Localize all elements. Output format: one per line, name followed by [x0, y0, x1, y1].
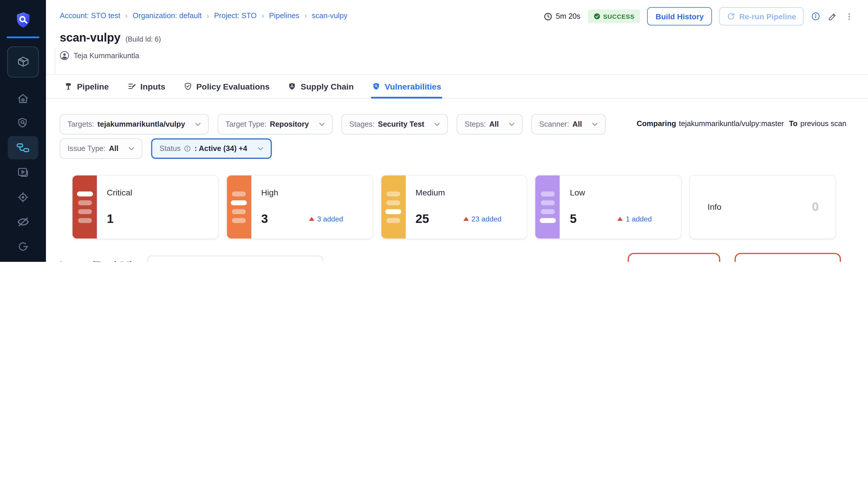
breadcrumb-separator: › — [125, 12, 127, 20]
status-filter-dropdown[interactable]: Status : Active (34) +4 — [151, 138, 272, 159]
added-count: 1 added — [617, 215, 652, 223]
severity-card-medium[interactable]: Medium 25 23 added — [381, 175, 527, 239]
scanner-filter-dropdown[interactable]: Scanner:All — [531, 114, 606, 135]
edit-pencil-icon[interactable] — [828, 12, 837, 21]
app-window: ? TK Account: STO test› Organization: de… — [0, 0, 868, 262]
shield-scan-icon — [372, 82, 380, 91]
severity-card-count: 5 — [570, 212, 577, 226]
targets-crosshair-icon[interactable] — [0, 191, 46, 204]
tab-inputs[interactable]: Inputs — [127, 74, 165, 98]
target-type-filter-dropdown[interactable]: Target Type:Repository — [218, 114, 333, 135]
inputs-icon — [127, 82, 136, 91]
breadcrumb-project[interactable]: Project: STO — [214, 12, 257, 20]
severity-card-label: Info — [708, 202, 721, 211]
tab-vulnerabilities[interactable]: Vulnerabilities — [372, 74, 441, 98]
shield-nodes-icon — [288, 82, 296, 91]
breadcrumb-current[interactable]: scan-vulpy — [312, 12, 347, 20]
rerun-icon — [727, 12, 735, 20]
severity-strip — [535, 175, 560, 239]
breadcrumb: Account: STO test› Organization: default… — [60, 12, 347, 20]
triggered-by-user: Teja Kummarikuntla — [60, 51, 139, 60]
severity-strip — [227, 175, 251, 239]
pipeline-icon — [64, 82, 72, 91]
tab-supply-chain[interactable]: Supply Chain — [288, 74, 354, 98]
severity-card-label: Low — [570, 188, 585, 197]
chevron-down-icon — [195, 122, 201, 126]
targets-filter-dropdown[interactable]: Targets:tejakummarikuntla/vulpy — [60, 114, 209, 135]
stages-filter-dropdown[interactable]: Stages:Security Test — [342, 114, 448, 135]
external-link-icon — [745, 261, 753, 262]
severity-card-count: 25 — [415, 212, 429, 226]
severity-card-label: Critical — [107, 188, 132, 197]
issues-actions: Download CSV View in Dashboard — [628, 253, 841, 261]
baselines-icon[interactable] — [0, 240, 46, 253]
pipelines-icon-active[interactable] — [7, 136, 38, 159]
issue-type-filter-dropdown[interactable]: Issue Type:All — [60, 138, 142, 159]
severity-card-count: 1 — [107, 212, 114, 226]
severity-card-info[interactable]: Info 0 — [689, 175, 836, 239]
breadcrumb-separator: › — [304, 12, 307, 20]
execution-actions: 5m 20s SUCCESS Build History Re-run Pipe… — [544, 7, 854, 25]
more-options-kebab-icon[interactable] — [845, 12, 854, 21]
filter-row-2: Issue Type:All Status : Active (34) +4 — [60, 138, 272, 159]
tab-pipeline[interactable]: Pipeline — [64, 74, 108, 98]
breadcrumb-organization[interactable]: Organization: default — [133, 12, 202, 20]
left-nav-sidebar: ? TK — [0, 0, 46, 262]
severity-strip — [72, 175, 97, 239]
severity-card-count: 0 — [812, 200, 819, 214]
chevron-down-icon — [434, 122, 440, 126]
build-history-button[interactable]: Build History — [647, 7, 712, 25]
added-count: 3 added — [309, 215, 343, 223]
severity-card-critical[interactable]: Critical 1 — [72, 175, 219, 239]
scans-shield-icon[interactable] — [0, 117, 46, 130]
triangle-up-icon — [463, 217, 469, 221]
clock-icon — [544, 12, 552, 21]
comparing-label: Comparing tejakummarikuntla/vulpy:master… — [637, 120, 847, 128]
chevron-down-icon — [509, 122, 515, 126]
download-icon — [639, 261, 647, 262]
chevron-down-icon — [592, 122, 598, 126]
issues-search — [147, 256, 323, 262]
rerun-pipeline-button[interactable]: Re-run Pipeline — [719, 7, 804, 25]
severity-card-label: High — [261, 188, 278, 197]
severity-card-count: 3 — [261, 212, 268, 226]
user-avatar-icon — [60, 51, 69, 60]
severity-summary-cards: Critical 1 High 3 3 added Medium 25 23 a… — [72, 175, 836, 239]
info-icon[interactable] — [811, 12, 820, 21]
exemptions-eye-off-icon[interactable] — [0, 215, 46, 228]
triangle-up-icon — [309, 217, 314, 221]
chevron-down-icon — [129, 147, 135, 150]
chevron-down-icon — [257, 147, 263, 150]
user-name: Teja Kummarikuntla — [74, 51, 139, 60]
title-row: scan-vulpy (Build Id: 6) — [60, 31, 161, 44]
check-circle-icon — [593, 13, 600, 20]
severity-strip — [381, 175, 406, 239]
sto-shield-logo-icon[interactable] — [0, 11, 46, 30]
home-icon[interactable] — [0, 92, 46, 105]
breadcrumb-account[interactable]: Account: STO test — [60, 12, 120, 20]
page-title: scan-vulpy — [60, 31, 121, 44]
chevron-down-icon — [319, 122, 325, 126]
execution-duration: 5m 20s — [544, 12, 580, 21]
executions-icon[interactable] — [0, 166, 46, 179]
breadcrumb-separator: › — [262, 12, 264, 20]
filter-row-1: Targets:tejakummarikuntla/vulpy Target T… — [60, 114, 606, 135]
severity-card-high[interactable]: High 3 3 added — [226, 175, 373, 239]
severity-card-low[interactable]: Low 5 1 added — [535, 175, 682, 239]
steps-filter-dropdown[interactable]: Steps:All — [457, 114, 522, 135]
module-selector-cube-icon[interactable] — [7, 47, 39, 78]
view-in-dashboard-button[interactable]: View in Dashboard — [734, 253, 841, 261]
module-active-underline — [7, 37, 39, 38]
tab-policy-evaluations[interactable]: Policy Evaluations — [184, 74, 270, 98]
triangle-up-icon — [617, 217, 623, 221]
breadcrumb-separator: › — [207, 12, 209, 20]
breadcrumb-pipelines[interactable]: Pipelines — [269, 12, 300, 20]
download-csv-button[interactable]: Download CSV — [628, 253, 720, 261]
execution-tabs: Pipeline Inputs Policy Evaluations Suppl… — [46, 74, 868, 98]
status-badge: SUCCESS — [588, 10, 640, 23]
shield-check-icon — [184, 82, 192, 91]
build-id-label: (Build Id: 6) — [125, 35, 161, 43]
main-content: Account: STO test› Organization: default… — [46, 0, 868, 262]
severity-card-label: Medium — [415, 188, 445, 197]
comparing-target: tejakummarikuntla/vulpy:master — [679, 120, 784, 128]
